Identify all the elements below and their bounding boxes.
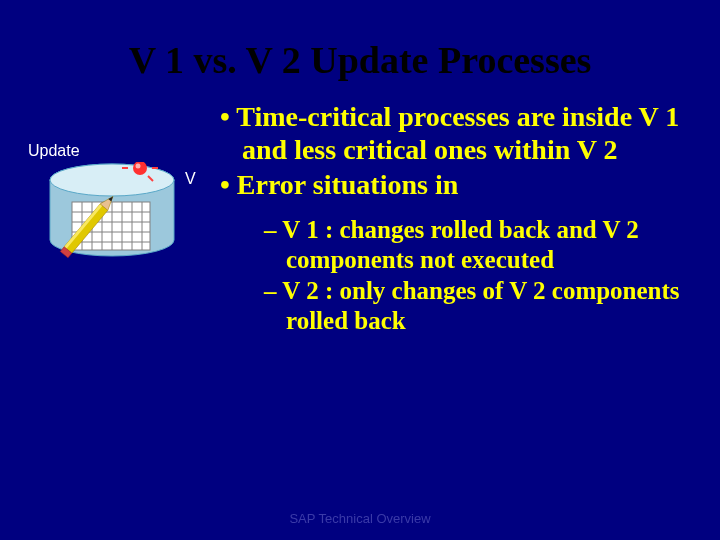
v-label: V <box>185 170 196 188</box>
bullet-item: Error situations in <box>220 168 692 201</box>
bullet-list: Time-critical processes are inside V 1 a… <box>220 100 692 201</box>
update-label: Update <box>28 142 80 160</box>
slide-title: V 1 vs. V 2 Update Processes <box>0 0 720 92</box>
right-column: Time-critical processes are inside V 1 a… <box>220 100 720 337</box>
sub-bullet-item: V 1 : changes rolled back and V 2 compon… <box>264 215 692 274</box>
footer-text: SAP Technical Overview <box>0 511 720 526</box>
content-row: Update <box>0 92 720 337</box>
sub-bullet-list: V 1 : changes rolled back and V 2 compon… <box>264 215 692 335</box>
bullet-item: Time-critical processes are inside V 1 a… <box>220 100 692 166</box>
left-column: Update <box>20 100 220 130</box>
sub-bullet-item: V 2 : only changes of V 2 components rol… <box>264 276 692 335</box>
database-update-icon <box>42 162 182 262</box>
svg-point-20 <box>136 164 141 169</box>
